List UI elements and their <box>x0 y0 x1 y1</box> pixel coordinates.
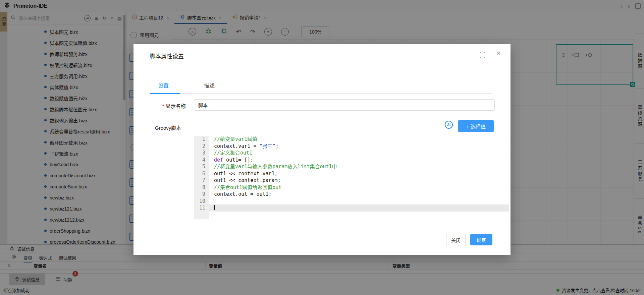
code-line: 10 <box>194 198 509 205</box>
text-cursor <box>214 205 215 210</box>
line-content <box>209 198 509 205</box>
line-content: context.out = out1; <box>209 191 509 198</box>
editor-gutter-filler <box>194 212 509 220</box>
tab-settings[interactable]: 设置 <box>158 81 169 89</box>
fullscreen-icon[interactable] <box>480 52 485 59</box>
line-number: 2 <box>194 143 209 150</box>
line-number: 8 <box>194 184 209 191</box>
tab-description[interactable]: 描述 <box>204 81 215 89</box>
line-content: //集合out1赋值给返回值out <box>209 184 509 191</box>
script-properties-dialog: 脚本属性设置 × 设置 描述 *显示名称 Groovy脚本 AI + 选择值 1… <box>133 44 511 255</box>
display-name-label: *显示名称 <box>162 102 186 109</box>
line-number: 5 <box>194 163 209 170</box>
dialog-title: 脚本属性设置 <box>150 52 184 60</box>
tab-track <box>153 93 492 94</box>
line-content: //定义集合out1 <box>209 150 509 157</box>
line-number: 6 <box>194 170 209 177</box>
close-icon[interactable]: × <box>496 50 501 57</box>
line-number: 7 <box>194 177 209 184</box>
line-content <box>209 204 509 212</box>
code-line: 8//集合out1赋值给返回值out <box>194 184 509 191</box>
line-content: //给变量var1赋值 <box>209 136 509 143</box>
active-tab-indicator <box>150 93 180 94</box>
groovy-script-label: Groovy脚本 <box>155 124 181 131</box>
code-line: 9context.out = out1; <box>194 191 509 198</box>
code-line: 6out1 << context.var1; <box>194 170 509 177</box>
line-number: 11 <box>194 204 209 212</box>
confirm-button[interactable]: 确定 <box>470 234 492 245</box>
code-line: 3//定义集合out1 <box>194 150 509 157</box>
line-number: 1 <box>194 136 209 143</box>
line-content: out1 << context.var1; <box>209 170 509 177</box>
code-line: 2context.var1 = "张三"; <box>194 143 509 150</box>
code-line: 7out1 << context.param; <box>194 177 509 184</box>
code-line: 11 <box>194 204 509 212</box>
close-button[interactable]: 关闭 <box>446 234 466 246</box>
code-line: 1//给变量var1赋值 <box>194 136 509 143</box>
line-number: 10 <box>194 198 209 205</box>
line-content: //将变量var1与输入参数param放入list集合out1中 <box>209 163 509 170</box>
required-asterisk: * <box>162 103 164 109</box>
code-line: 5//将变量var1与输入参数param放入list集合out1中 <box>194 163 509 170</box>
ai-generate-icon[interactable]: AI <box>445 121 453 129</box>
code-line: 4def out1= []; <box>194 157 509 164</box>
primeton-ide-window: Primeton-IDE ‹ › 资源 AI ⊞ ↻ ≡ ▤ 脚本图元.bizx… <box>0 0 644 295</box>
select-value-button[interactable]: + 选择值 <box>458 120 494 132</box>
line-number: 4 <box>194 157 209 164</box>
display-name-input[interactable] <box>194 99 495 111</box>
line-content: context.var1 = "张三"; <box>209 143 509 150</box>
line-content: out1 << context.param; <box>209 177 509 184</box>
line-number: 9 <box>194 191 209 198</box>
line-content: def out1= []; <box>209 157 509 164</box>
code-editor[interactable]: 1//给变量var1赋值2context.var1 = "张三";3//定义集合… <box>194 136 509 219</box>
line-number: 3 <box>194 150 209 157</box>
